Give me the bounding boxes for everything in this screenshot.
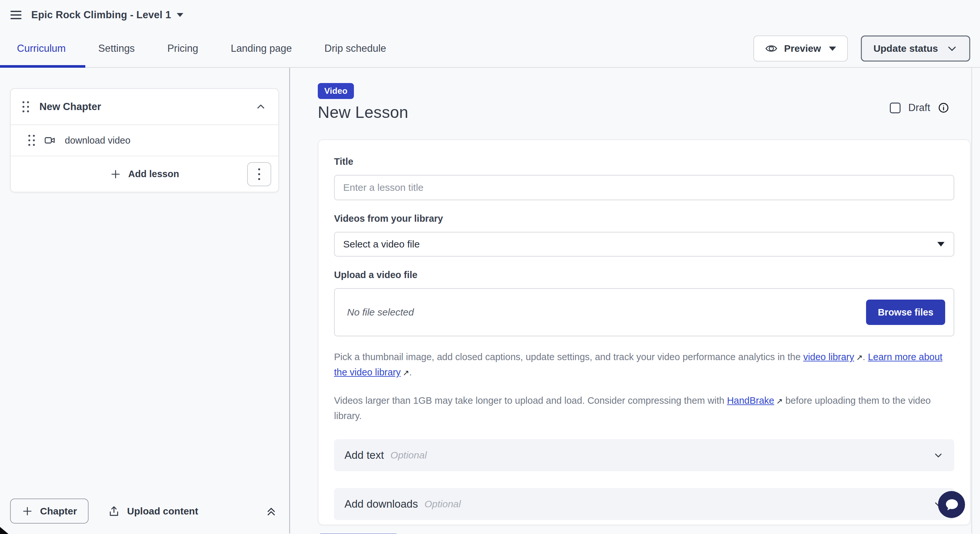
help-text-segment: Videos larger than 1GB may take longer t… bbox=[334, 395, 727, 406]
video-camera-icon bbox=[44, 135, 56, 146]
lesson-type-badge: Video bbox=[318, 83, 354, 99]
lesson-editor: Video New Lesson Draft Title Videos from… bbox=[290, 68, 980, 533]
add-chapter-label: Chapter bbox=[40, 506, 77, 517]
help-text-segment: . bbox=[863, 352, 868, 362]
chevron-down-icon bbox=[947, 43, 958, 54]
library-field-label: Videos from your library bbox=[334, 213, 954, 224]
sidebar-bottom-bar: Chapter Upload content bbox=[10, 499, 277, 524]
add-chapter-button[interactable]: Chapter bbox=[10, 499, 89, 524]
add-downloads-hint: Optional bbox=[425, 499, 461, 510]
speech-bubble-icon bbox=[944, 497, 959, 512]
chapter-options-button[interactable] bbox=[247, 162, 271, 186]
chevron-down-icon bbox=[933, 450, 944, 461]
info-icon[interactable] bbox=[938, 102, 949, 113]
draft-toggle: Draft bbox=[890, 102, 949, 114]
external-link-icon: ↗ bbox=[856, 351, 862, 364]
upload-content-button[interactable]: Upload content bbox=[108, 505, 198, 517]
upload-field-label: Upload a video file bbox=[334, 270, 954, 280]
draft-label: Draft bbox=[908, 102, 930, 114]
upload-icon bbox=[108, 505, 120, 517]
page-title: New Lesson bbox=[318, 103, 970, 122]
chapter-card: New Chapter download video bbox=[10, 88, 279, 192]
toolbar-actions: Preview Update status bbox=[753, 35, 970, 62]
chapter-header[interactable]: New Chapter bbox=[11, 89, 278, 124]
browse-files-button[interactable]: Browse files bbox=[866, 300, 945, 325]
video-library-select[interactable]: Select a video file bbox=[334, 232, 954, 257]
add-lesson-label: Add lesson bbox=[128, 168, 179, 180]
collapse-chapter-chevron-icon[interactable] bbox=[255, 101, 267, 113]
active-tab-underline bbox=[0, 65, 85, 68]
tab-pricing[interactable]: Pricing bbox=[167, 40, 198, 58]
no-file-text: No file selected bbox=[347, 307, 414, 318]
tab-landing-page[interactable]: Landing page bbox=[231, 40, 292, 58]
course-title[interactable]: Epic Rock Climbing - Level 1 bbox=[31, 9, 171, 21]
workspace: New Chapter download video bbox=[0, 68, 980, 533]
help-text-segment: . bbox=[409, 367, 412, 377]
update-status-button[interactable]: Update status bbox=[861, 35, 970, 62]
external-link-icon: ↗ bbox=[776, 395, 783, 408]
collapse-all-button[interactable] bbox=[265, 505, 277, 517]
chapter-footer: Add lesson bbox=[11, 156, 278, 192]
preview-button-label: Preview bbox=[784, 43, 821, 54]
lesson-row[interactable]: download video bbox=[11, 125, 278, 156]
add-text-label: Add text bbox=[344, 449, 384, 461]
select-caret-icon bbox=[937, 242, 945, 246]
video-library-selected-value: Select a video file bbox=[343, 239, 420, 250]
tab-settings[interactable]: Settings bbox=[98, 40, 135, 58]
handbrake-link[interactable]: HandBrake bbox=[727, 395, 774, 406]
add-text-section[interactable]: Add text Optional bbox=[334, 439, 954, 471]
draft-checkbox[interactable] bbox=[890, 103, 900, 113]
add-text-hint: Optional bbox=[390, 450, 427, 461]
topbar: Epic Rock Climbing - Level 1 bbox=[0, 0, 980, 30]
chat-launcher-button[interactable] bbox=[938, 491, 965, 518]
tab-drip-schedule[interactable]: Drip schedule bbox=[325, 40, 387, 58]
add-downloads-section[interactable]: Add downloads Optional bbox=[334, 488, 954, 520]
lesson-header: Video New Lesson Draft bbox=[318, 83, 970, 122]
external-link-icon: ↗ bbox=[403, 367, 409, 379]
add-downloads-label: Add downloads bbox=[344, 498, 418, 510]
tab-bar: Curriculum Settings Pricing Landing page… bbox=[0, 30, 980, 68]
help-text-segment: Pick a thumbnail image, add closed capti… bbox=[334, 352, 803, 362]
plus-icon bbox=[22, 506, 33, 517]
chapter-title: New Chapter bbox=[40, 101, 101, 113]
title-field-label: Title bbox=[334, 156, 954, 167]
video-library-help-text: Pick a thumbnail image, add closed capti… bbox=[334, 350, 954, 380]
preview-caret-icon bbox=[829, 46, 836, 51]
update-status-label: Update status bbox=[873, 43, 938, 54]
drag-handle-icon[interactable] bbox=[22, 101, 29, 112]
curriculum-sidebar: New Chapter download video bbox=[0, 68, 290, 533]
lesson-form-card: Title Videos from your library Select a … bbox=[318, 139, 970, 525]
eye-icon bbox=[765, 42, 778, 55]
tab-curriculum[interactable]: Curriculum bbox=[17, 40, 66, 58]
file-size-help-text: Videos larger than 1GB may take longer t… bbox=[334, 393, 954, 424]
drag-handle-icon[interactable] bbox=[28, 135, 35, 146]
plus-icon bbox=[110, 168, 121, 180]
video-library-link[interactable]: video library bbox=[803, 352, 854, 362]
lesson-title: download video bbox=[65, 135, 130, 146]
preview-button[interactable]: Preview bbox=[753, 35, 848, 62]
course-dropdown-caret-icon[interactable] bbox=[177, 13, 183, 17]
lesson-title-input[interactable] bbox=[334, 175, 954, 200]
tabs: Curriculum Settings Pricing Landing page… bbox=[0, 40, 386, 58]
add-lesson-button[interactable]: Add lesson bbox=[110, 168, 179, 180]
hamburger-menu-icon[interactable] bbox=[10, 8, 21, 22]
file-upload-dropzone[interactable]: No file selected Browse files bbox=[334, 288, 954, 336]
upload-content-label: Upload content bbox=[127, 506, 198, 517]
